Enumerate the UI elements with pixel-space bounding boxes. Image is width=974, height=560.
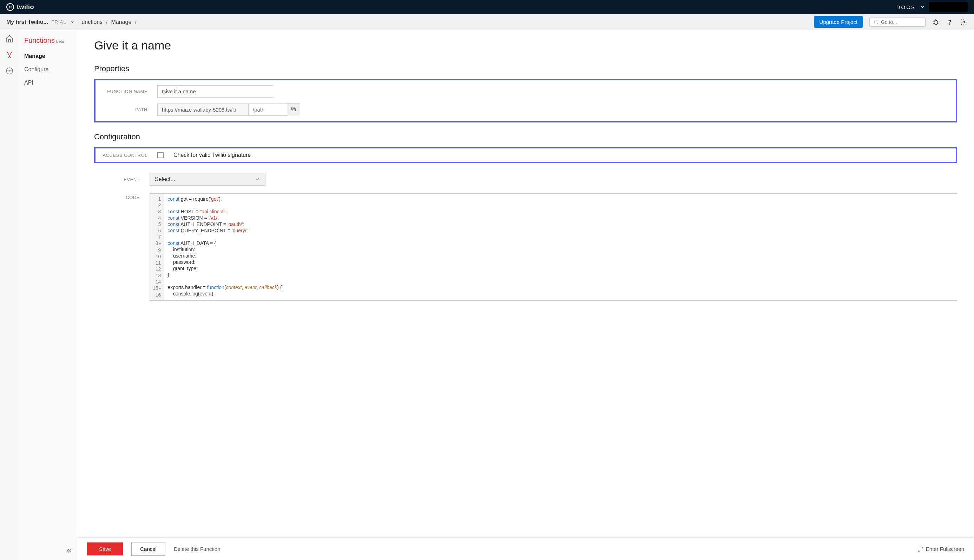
topbar: twilio DOCS [0,0,974,14]
event-select[interactable]: Select... [150,173,266,186]
svg-point-12 [9,70,10,71]
twilio-logo-icon [6,3,14,11]
collapse-sidenav-button[interactable] [66,547,73,556]
sidenav-title: Functions Beta [19,37,77,50]
search-icon [874,20,878,25]
breadcrumb-item[interactable]: Functions [78,19,102,25]
code-label: CODE [94,191,140,200]
sidenav-title-text: Functions [24,37,55,45]
properties-heading: Properties [94,64,957,73]
home-icon[interactable] [5,34,14,43]
breadcrumb: My first Twilio... TRIAL Functions / Man… [6,19,137,25]
configuration-heading: Configuration [94,132,957,142]
functions-icon[interactable] [5,50,14,59]
event-label: EVENT [94,177,140,182]
svg-point-8 [949,23,950,24]
path-label: PATH [102,107,147,112]
breadcrumb-item[interactable]: Manage [111,19,132,25]
more-icon[interactable] [5,67,14,75]
chevron-down-icon [254,177,260,182]
upgrade-project-button[interactable]: Upgrade Project [814,16,863,28]
enter-fullscreen-button[interactable]: Enter Fullscreen [917,546,964,552]
help-icon[interactable] [946,18,954,26]
svg-line-5 [937,21,939,22]
sidenav-item-api[interactable]: API [19,76,77,90]
chevron-down-icon[interactable] [920,5,925,10]
copy-icon [291,106,296,112]
account-menu[interactable] [929,2,968,12]
signature-checkbox[interactable] [157,152,164,158]
svg-point-9 [963,21,965,23]
page-title: Give it a name [94,38,957,52]
cancel-button[interactable]: Cancel [131,542,165,556]
debug-icon[interactable] [932,18,940,26]
icon-rail [0,30,19,560]
subbar: My first Twilio... TRIAL Functions / Man… [0,14,974,30]
chevrons-left-icon [66,547,73,554]
code-lines[interactable]: const got = require('got'); const HOST =… [164,194,285,300]
footer-bar: Save Cancel Delete this Function Enter F… [77,538,974,560]
copy-path-button[interactable] [287,103,300,116]
sidenav-item-configure[interactable]: Configure [19,63,77,76]
main-content: Give it a name Properties FUNCTION NAME … [77,30,974,560]
trial-badge: TRIAL [52,19,66,25]
breadcrumb-separator: / [106,19,107,25]
global-search[interactable] [869,18,926,27]
chevron-down-icon[interactable] [70,20,75,25]
breadcrumb-separator: / [135,19,136,25]
access-control-box: ACCESS CONTROL Check for valid Twilio si… [94,147,957,163]
signature-checkbox-label: Check for valid Twilio signature [174,152,251,158]
svg-point-0 [875,21,877,23]
fullscreen-icon [917,546,923,552]
access-control-label: ACCESS CONTROL [102,153,147,158]
docs-link[interactable]: DOCS [896,4,916,10]
gear-icon[interactable] [960,18,968,26]
code-gutter: 12345678 ▾9101112131415 ▾16 [150,194,164,300]
svg-line-6 [933,23,934,24]
search-input[interactable] [881,19,921,25]
path-base-url: https://maize-wallaby-5208.twil.i [157,103,249,116]
sidenav: Functions Beta Manage Configure API [19,30,77,560]
code-editor[interactable]: 12345678 ▾9101112131415 ▾16 const got = … [150,193,957,301]
svg-point-11 [8,70,8,71]
function-name-label: FUNCTION NAME [102,89,147,94]
svg-line-4 [933,21,934,22]
event-select-value: Select... [155,176,175,182]
brand-name: twilio [17,3,34,11]
svg-line-1 [877,22,877,23]
properties-box: FUNCTION NAME PATH https://maize-wallaby… [94,79,957,122]
project-name[interactable]: My first Twilio... [6,19,48,25]
delete-function-button[interactable]: Delete this Function [174,546,221,552]
beta-badge: Beta [56,39,64,43]
svg-point-2 [934,20,937,25]
save-button[interactable]: Save [87,542,123,555]
svg-point-13 [10,70,11,71]
path-input[interactable] [249,103,287,116]
sidenav-item-manage[interactable]: Manage [19,50,77,63]
svg-line-7 [937,23,939,24]
function-name-input[interactable] [157,85,273,98]
fullscreen-label: Enter Fullscreen [926,546,964,552]
